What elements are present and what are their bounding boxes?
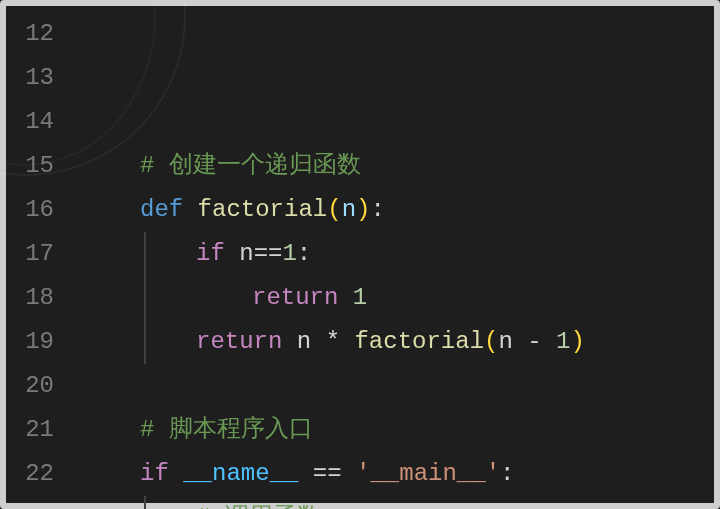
- line-number: 14: [6, 100, 66, 144]
- code-token: ==: [254, 240, 283, 267]
- code-token: (: [327, 196, 341, 223]
- code-token: ==: [298, 460, 356, 487]
- line-number: 19: [6, 320, 66, 364]
- indent-guide: [144, 276, 146, 320]
- line-number: 17: [6, 232, 66, 276]
- code-token: n: [297, 328, 326, 355]
- code-token: factorial: [198, 196, 328, 223]
- code-token: *: [326, 328, 355, 355]
- code-token: # 创建一个递归函数: [140, 152, 361, 179]
- code-token: if: [196, 240, 239, 267]
- code-token: factorial: [354, 328, 484, 355]
- code-token: '__main__': [356, 460, 500, 487]
- code-line[interactable]: [84, 364, 714, 408]
- code-token: # 调用函数: [196, 504, 321, 509]
- code-line[interactable]: if __name__ == '__main__':: [84, 452, 714, 496]
- code-token: def: [140, 196, 198, 223]
- code-token: n: [239, 240, 253, 267]
- code-line[interactable]: return 1: [84, 276, 714, 320]
- code-token: :: [297, 240, 311, 267]
- code-line[interactable]: # 创建一个递归函数: [84, 144, 714, 188]
- code-token: # 脚本程序入口: [140, 416, 313, 443]
- code-token: n: [498, 328, 527, 355]
- line-number: 21: [6, 408, 66, 452]
- indent-guide: [144, 232, 146, 276]
- code-token: return: [252, 284, 353, 311]
- code-token: ): [356, 196, 370, 223]
- line-number: 12: [6, 12, 66, 56]
- code-token: (: [484, 328, 498, 355]
- line-number: 20: [6, 364, 66, 408]
- code-token: n: [342, 196, 356, 223]
- code-line[interactable]: # 脚本程序入口: [84, 408, 714, 452]
- indent-guide: [144, 496, 146, 509]
- line-number: 15: [6, 144, 66, 188]
- code-token: 1: [556, 328, 570, 355]
- code-token: :: [500, 460, 514, 487]
- code-token: return: [196, 328, 297, 355]
- line-number-gutter: 1213141516171819202122: [6, 6, 66, 503]
- code-token: :: [370, 196, 384, 223]
- code-editor[interactable]: 1213141516171819202122 # 创建一个递归函数def fac…: [0, 0, 720, 509]
- code-line[interactable]: if n==1:: [84, 232, 714, 276]
- code-token: 1: [353, 284, 367, 311]
- line-number: 22: [6, 452, 66, 496]
- line-number: 18: [6, 276, 66, 320]
- code-line[interactable]: # 调用函数: [84, 496, 714, 509]
- code-token: -: [527, 328, 556, 355]
- code-area[interactable]: # 创建一个递归函数def factorial(n):if n==1:retur…: [66, 6, 714, 503]
- code-token: if: [140, 460, 183, 487]
- code-token: __name__: [183, 460, 298, 487]
- line-number: 16: [6, 188, 66, 232]
- line-number: 13: [6, 56, 66, 100]
- code-token: 1: [282, 240, 296, 267]
- indent-guide: [144, 320, 146, 364]
- code-line[interactable]: return n * factorial(n - 1): [84, 320, 714, 364]
- code-line[interactable]: def factorial(n):: [84, 188, 714, 232]
- code-token: ): [571, 328, 585, 355]
